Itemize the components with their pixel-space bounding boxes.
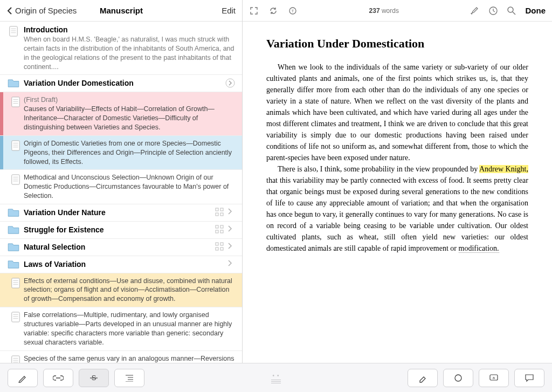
chevron-left-icon (6, 6, 13, 15)
highlighter-button[interactable] (408, 369, 438, 387)
paintbrush-button[interactable] (470, 6, 480, 16)
item-status: (First Draft) (24, 95, 237, 105)
done-button[interactable]: Done (525, 6, 546, 15)
editor-pane: T 237 words Done Variation Under Domesti… (243, 0, 552, 392)
color-button[interactable] (443, 369, 473, 387)
word-count-number: 237 (369, 7, 380, 15)
sync-icon (269, 6, 278, 15)
folder-icon (8, 209, 19, 217)
item-synopsis: False correlations—Multiple, rudimentary… (24, 311, 237, 347)
word-count: 237 words (369, 7, 399, 15)
svg-rect-19 (216, 213, 218, 216)
folder-title: Variation Under Nature (24, 208, 215, 218)
label-stripe-red (0, 92, 3, 135)
back-button[interactable]: Origin of Species (6, 6, 77, 15)
svg-point-60 (455, 375, 461, 381)
pencil-tool-button[interactable] (8, 369, 38, 387)
list-item-origin-domestic[interactable]: Origin of Domestic Varieties from one or… (0, 136, 242, 170)
folder-struggle[interactable]: Struggle for Existence (0, 222, 242, 239)
item-synopsis: Origin of Domestic Varieties from one or… (24, 139, 237, 167)
typewriter-icon: T (288, 6, 297, 15)
color-circle-icon (454, 374, 463, 382)
binder-sidebar: Origin of Species Manuscript Edit Introd… (0, 0, 243, 392)
svg-rect-29 (12, 278, 20, 288)
search-button[interactable] (507, 6, 516, 16)
sidebar-header: Origin of Species Manuscript Edit (0, 0, 242, 22)
list-item-methodical[interactable]: Methodical and Unconscious Selection—Unk… (0, 170, 242, 204)
item-synopsis: Effects of external conditions—Use and d… (24, 277, 237, 304)
folder-variation-nature[interactable]: Variation Under Nature (0, 204, 242, 222)
item-synopsis: When on board H.M.S. 'Beagle,' as natura… (24, 35, 237, 72)
indent-button[interactable] (114, 369, 144, 387)
folder-title: Struggle for Existence (24, 225, 215, 235)
grid-icon (215, 242, 224, 251)
chevron-right-circle-icon (225, 78, 235, 88)
grid-icon (215, 225, 224, 233)
disclosure-button[interactable] (224, 242, 237, 250)
disclosure-button[interactable] (224, 225, 237, 232)
folder-icon (8, 226, 19, 235)
sync-button[interactable] (268, 6, 278, 16)
folder-variation-domestication[interactable]: Variation Under Domestication (0, 75, 242, 92)
folder-natural-selection[interactable]: Natural Selection (0, 239, 242, 256)
comment-button[interactable] (514, 369, 544, 387)
document-icon (11, 174, 20, 185)
svg-rect-27 (216, 247, 218, 250)
folder-title: Natural Selection (24, 242, 215, 252)
svg-rect-9 (12, 141, 20, 150)
p2-run-a: There is also, I think, some probability… (278, 165, 479, 173)
svg-rect-28 (220, 247, 223, 250)
toolbar-divider: • • (271, 373, 281, 383)
svg-rect-24 (220, 230, 223, 233)
svg-rect-21 (216, 225, 218, 228)
inline-note-button[interactable]: a (479, 369, 509, 387)
paintbrush-icon (470, 6, 480, 16)
disclosure-button[interactable] (224, 259, 237, 267)
bottom-toolbar: S • • a (0, 363, 552, 392)
binder-list: Introduction When on board H.M.S. 'Beagl… (0, 22, 242, 392)
typewriter-button[interactable]: T (288, 6, 298, 16)
strikethrough-button[interactable]: S (79, 369, 109, 387)
folder-title: Variation Under Domestication (24, 78, 224, 88)
chevron-right-icon (227, 242, 233, 250)
indent-icon (125, 374, 134, 382)
svg-line-53 (513, 12, 515, 15)
document-body[interactable]: Variation Under Domestication When we lo… (243, 22, 552, 392)
grid-icon (215, 208, 224, 216)
highlighter-icon (418, 373, 427, 383)
folder-laws[interactable]: Laws of Variation (0, 256, 242, 273)
svg-point-4 (226, 79, 234, 87)
document-icon (11, 278, 20, 288)
item-title: Introduction (24, 25, 237, 35)
svg-rect-23 (216, 230, 218, 233)
p2-run-c: modification. (459, 244, 499, 253)
expand-button[interactable] (249, 6, 259, 16)
label-stripe-blue (0, 136, 3, 170)
link-tool-button[interactable] (43, 369, 73, 387)
list-item-laws-b[interactable]: False correlations—Multiple, rudimentary… (0, 307, 242, 351)
list-item-laws-a[interactable]: Effects of external conditions—Use and d… (0, 273, 242, 308)
item-synopsis: Methodical and Unconscious Selection—Unk… (24, 173, 237, 201)
document-icon (9, 26, 18, 37)
svg-point-52 (508, 7, 513, 12)
list-item-intro[interactable]: Introduction When on board H.M.S. 'Beagl… (0, 22, 242, 75)
svg-rect-0 (10, 26, 18, 36)
disclosure-button[interactable] (224, 208, 237, 215)
clock-icon (488, 6, 498, 16)
chevron-right-icon (227, 259, 233, 267)
document-title: Variation Under Domestication (266, 37, 528, 51)
list-item-first-draft[interactable]: (First Draft) Causes of Variability—Effe… (0, 92, 242, 136)
svg-rect-25 (216, 243, 218, 245)
folder-icon (8, 243, 19, 252)
svg-rect-5 (12, 97, 20, 107)
svg-rect-13 (12, 175, 20, 184)
history-button[interactable] (488, 6, 498, 16)
svg-text:a: a (493, 376, 495, 380)
svg-rect-20 (220, 213, 223, 216)
search-icon (507, 6, 516, 16)
item-synopsis: Causes of Variability—Effects of Habit—C… (24, 105, 237, 132)
edit-button[interactable]: Edit (222, 6, 236, 15)
comment-icon (525, 374, 534, 382)
link-icon (53, 374, 64, 382)
disclosure-button[interactable] (224, 78, 237, 88)
